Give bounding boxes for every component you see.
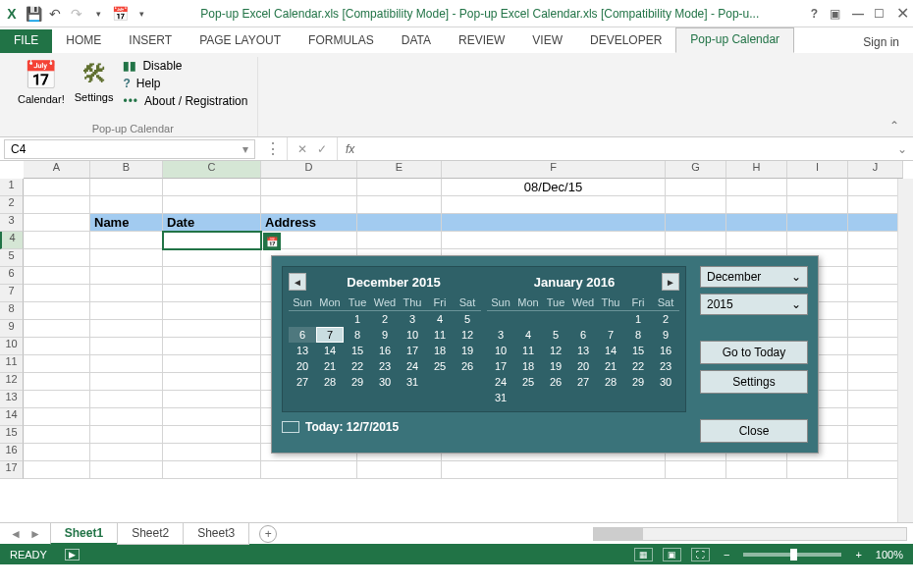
cell-B6[interactable] [90, 267, 163, 285]
tab-review[interactable]: REVIEW [445, 29, 518, 53]
day-cell[interactable]: 24 [399, 358, 426, 374]
sheet-tab-sheet2[interactable]: Sheet2 [117, 523, 184, 545]
year-select[interactable]: 2015⌄ [700, 294, 808, 315]
day-cell[interactable]: 6 [569, 327, 597, 343]
day-cell[interactable]: 13 [569, 343, 597, 358]
day-cell[interactable]: 16 [371, 343, 399, 358]
tab-file[interactable]: FILE [0, 29, 52, 53]
cell-B15[interactable] [90, 426, 163, 444]
day-cell[interactable]: 11 [426, 327, 454, 343]
cell-G2[interactable] [666, 196, 726, 214]
cell-A7[interactable] [24, 285, 90, 302]
row-head-6[interactable]: 6 [0, 267, 24, 285]
cell-B14[interactable] [90, 408, 163, 426]
zoom-slider[interactable] [743, 553, 841, 557]
day-cell[interactable]: 18 [514, 358, 542, 374]
cell-B4[interactable] [90, 232, 163, 249]
cell-E17[interactable] [357, 461, 442, 479]
row-head-1[interactable]: 1 [0, 179, 24, 196]
cell-E3[interactable] [357, 214, 442, 232]
day-cell[interactable]: 5 [542, 327, 569, 343]
cell-J17[interactable] [848, 461, 903, 479]
day-cell[interactable]: 19 [542, 358, 569, 374]
day-cell[interactable]: 23 [652, 358, 679, 374]
row-head-13[interactable]: 13 [0, 391, 24, 408]
day-cell[interactable]: 2 [652, 311, 679, 327]
qat-dropdown-icon[interactable]: ▾ [90, 6, 106, 22]
cell-B17[interactable] [90, 461, 163, 479]
collapse-ribbon-icon[interactable]: ⌃ [884, 119, 905, 136]
page-break-view-icon[interactable]: ⛶ [691, 548, 710, 561]
day-cell[interactable]: 31 [487, 390, 514, 405]
about-button[interactable]: •••About / Registration [123, 94, 247, 108]
day-cell[interactable]: 21 [597, 358, 624, 374]
cell-J1[interactable] [848, 179, 903, 196]
calendar-qat-icon[interactable]: 📅 [112, 6, 128, 22]
help-icon[interactable]: ? [811, 7, 818, 21]
save-icon[interactable]: 💾 [26, 6, 41, 22]
day-cell[interactable]: 12 [454, 327, 481, 343]
day-cell[interactable]: 25 [426, 358, 454, 374]
tab-home[interactable]: HOME [52, 29, 115, 53]
cell-B5[interactable] [90, 249, 163, 267]
cell-A6[interactable] [24, 267, 90, 285]
cell-C12[interactable] [163, 373, 261, 391]
day-cell[interactable]: 8 [344, 327, 371, 343]
day-cell[interactable]: 26 [542, 374, 569, 390]
cell-B2[interactable] [90, 196, 163, 214]
cell-J7[interactable] [848, 285, 903, 302]
row-head-8[interactable]: 8 [0, 302, 24, 320]
day-cell[interactable]: 23 [371, 358, 399, 374]
cell-A4[interactable] [24, 232, 90, 249]
day-cell[interactable]: 28 [316, 374, 344, 390]
day-cell[interactable]: 15 [624, 343, 652, 358]
sheet-tab-sheet3[interactable]: Sheet3 [183, 523, 249, 545]
cell-E4[interactable] [357, 232, 442, 249]
cell-H1[interactable] [726, 179, 787, 196]
day-cell[interactable]: 5 [454, 311, 481, 327]
cell-J11[interactable] [848, 355, 903, 373]
tab-developer[interactable]: DEVELOPER [576, 29, 675, 53]
cell-G1[interactable] [666, 179, 726, 196]
cell-I1[interactable] [787, 179, 848, 196]
tab-popup-calendar[interactable]: Pop-up Calendar [675, 27, 794, 53]
tab-view[interactable]: VIEW [518, 29, 576, 53]
macro-record-icon[interactable]: ▶ [65, 549, 80, 561]
cell-A17[interactable] [24, 461, 90, 479]
day-cell[interactable]: 25 [514, 374, 542, 390]
cell-J6[interactable] [848, 267, 903, 285]
cell-J4[interactable] [848, 232, 903, 249]
cell-A8[interactable] [24, 302, 90, 320]
day-cell[interactable]: 9 [371, 327, 399, 343]
day-cell[interactable]: 27 [289, 374, 316, 390]
cell-C1[interactable] [163, 179, 261, 196]
col-head-B[interactable]: B [90, 161, 163, 179]
cell-D1[interactable] [261, 179, 357, 196]
cell-B9[interactable] [90, 320, 163, 338]
day-cell[interactable]: 17 [399, 343, 426, 358]
maximize-icon[interactable]: ☐ [874, 7, 885, 21]
day-cell[interactable]: 24 [487, 374, 514, 390]
cell-C11[interactable] [163, 355, 261, 373]
settings-button[interactable]: 🛠 Settings [75, 57, 114, 103]
day-cell[interactable]: 28 [597, 374, 624, 390]
cell-J9[interactable] [848, 320, 903, 338]
day-cell[interactable]: 8 [624, 327, 652, 343]
cell-A12[interactable] [24, 373, 90, 391]
day-cell[interactable]: 29 [624, 374, 652, 390]
day-cell[interactable]: 10 [487, 343, 514, 358]
col-head-D[interactable]: D [261, 161, 357, 179]
col-head-I[interactable]: I [787, 161, 848, 179]
cell-C4[interactable] [163, 232, 261, 249]
cell-A14[interactable] [24, 408, 90, 426]
cell-J12[interactable] [848, 373, 903, 391]
cell-B10[interactable] [90, 338, 163, 355]
day-cell[interactable]: 4 [426, 311, 454, 327]
cancel-icon[interactable]: ✕ [297, 142, 307, 156]
cell-C14[interactable] [163, 408, 261, 426]
day-cell[interactable]: 7 [597, 327, 624, 343]
vertical-scrollbar[interactable] [897, 179, 913, 522]
cell-C6[interactable] [163, 267, 261, 285]
day-cell[interactable]: 15 [344, 343, 371, 358]
next-month-button[interactable]: ► [662, 273, 679, 291]
